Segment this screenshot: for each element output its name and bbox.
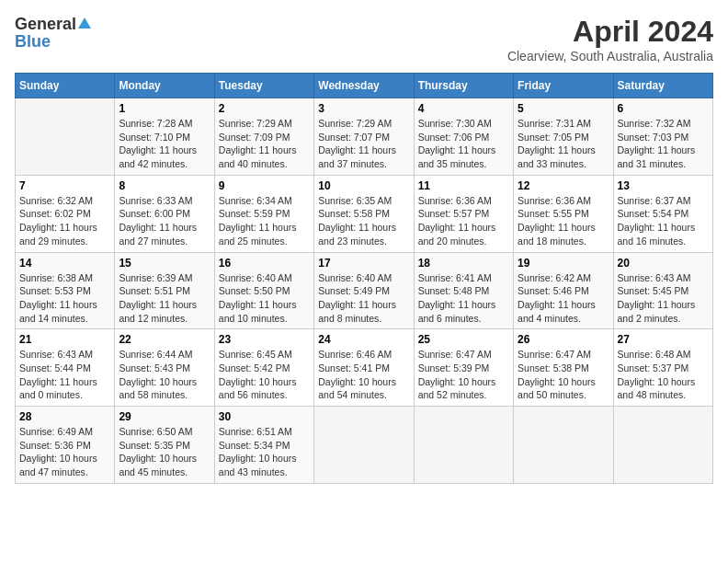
day-info: Sunrise: 6:34 AMSunset: 5:59 PMDaylight:… bbox=[219, 194, 310, 248]
day-info: Sunrise: 7:30 AMSunset: 7:06 PMDaylight:… bbox=[418, 117, 509, 171]
day-info: Sunrise: 6:32 AMSunset: 6:02 PMDaylight:… bbox=[19, 194, 110, 248]
calendar-cell: 23Sunrise: 6:45 AMSunset: 5:42 PMDayligh… bbox=[214, 329, 313, 407]
calendar-cell: 13Sunrise: 6:37 AMSunset: 5:54 PMDayligh… bbox=[613, 175, 712, 252]
calendar-cell: 2Sunrise: 7:29 AMSunset: 7:09 PMDaylight… bbox=[214, 98, 313, 176]
day-number: 15 bbox=[119, 257, 210, 270]
day-info: Sunrise: 6:44 AMSunset: 5:43 PMDaylight:… bbox=[119, 348, 210, 402]
calendar-cell: 26Sunrise: 6:47 AMSunset: 5:38 PMDayligh… bbox=[514, 329, 613, 407]
day-number: 26 bbox=[518, 333, 609, 346]
day-info: Sunrise: 6:41 AMSunset: 5:48 PMDaylight:… bbox=[418, 271, 509, 326]
day-info: Sunrise: 6:35 AMSunset: 5:58 PMDaylight:… bbox=[318, 194, 409, 248]
day-number: 30 bbox=[219, 410, 310, 423]
day-number: 18 bbox=[418, 257, 509, 270]
day-number: 4 bbox=[418, 102, 509, 115]
logo-general: General bbox=[15, 15, 76, 34]
calendar-cell: 7Sunrise: 6:32 AMSunset: 6:02 PMDaylight… bbox=[16, 175, 115, 252]
page-header: General Blue April 2024 Clearview, South… bbox=[15, 15, 713, 63]
calendar-cell bbox=[514, 407, 613, 484]
calendar-header-row: SundayMondayTuesdayWednesdayThursdayFrid… bbox=[16, 74, 713, 98]
week-row-4: 21Sunrise: 6:43 AMSunset: 5:44 PMDayligh… bbox=[16, 329, 713, 407]
calendar-cell bbox=[16, 98, 115, 176]
logo: General Blue bbox=[15, 15, 91, 52]
calendar-cell: 1Sunrise: 7:28 AMSunset: 7:10 PMDaylight… bbox=[115, 98, 214, 176]
calendar-cell: 18Sunrise: 6:41 AMSunset: 5:48 PMDayligh… bbox=[414, 252, 513, 329]
day-info: Sunrise: 6:37 AMSunset: 5:54 PMDaylight:… bbox=[618, 194, 709, 248]
calendar-cell: 24Sunrise: 6:46 AMSunset: 5:41 PMDayligh… bbox=[314, 329, 414, 407]
day-info: Sunrise: 6:49 AMSunset: 5:36 PMDaylight:… bbox=[19, 425, 110, 479]
calendar-cell: 22Sunrise: 6:44 AMSunset: 5:43 PMDayligh… bbox=[115, 329, 214, 407]
day-info: Sunrise: 6:36 AMSunset: 5:57 PMDaylight:… bbox=[418, 194, 509, 248]
day-number: 16 bbox=[219, 257, 310, 270]
day-number: 5 bbox=[518, 102, 609, 115]
calendar-cell: 17Sunrise: 6:40 AMSunset: 5:49 PMDayligh… bbox=[314, 252, 414, 329]
calendar-cell bbox=[314, 407, 414, 484]
calendar-cell: 9Sunrise: 6:34 AMSunset: 5:59 PMDaylight… bbox=[214, 175, 313, 252]
day-info: Sunrise: 7:29 AMSunset: 7:07 PMDaylight:… bbox=[318, 117, 409, 171]
calendar-cell: 3Sunrise: 7:29 AMSunset: 7:07 PMDaylight… bbox=[314, 98, 414, 176]
calendar-cell: 21Sunrise: 6:43 AMSunset: 5:44 PMDayligh… bbox=[16, 329, 115, 407]
week-row-2: 7Sunrise: 6:32 AMSunset: 6:02 PMDaylight… bbox=[16, 175, 713, 252]
calendar-cell: 11Sunrise: 6:36 AMSunset: 5:57 PMDayligh… bbox=[414, 175, 513, 252]
calendar-cell: 20Sunrise: 6:43 AMSunset: 5:45 PMDayligh… bbox=[613, 252, 712, 329]
header-sunday: Sunday bbox=[16, 74, 115, 98]
calendar-cell: 29Sunrise: 6:50 AMSunset: 5:35 PMDayligh… bbox=[115, 407, 214, 484]
day-number: 6 bbox=[618, 102, 709, 115]
calendar-cell: 25Sunrise: 6:47 AMSunset: 5:39 PMDayligh… bbox=[414, 329, 513, 407]
day-info: Sunrise: 6:40 AMSunset: 5:50 PMDaylight:… bbox=[219, 271, 310, 326]
week-row-1: 1Sunrise: 7:28 AMSunset: 7:10 PMDaylight… bbox=[16, 98, 713, 176]
day-number: 14 bbox=[19, 257, 110, 270]
calendar-cell bbox=[414, 407, 513, 484]
day-number: 13 bbox=[618, 179, 709, 192]
calendar-cell: 28Sunrise: 6:49 AMSunset: 5:36 PMDayligh… bbox=[16, 407, 115, 484]
calendar-cell: 10Sunrise: 6:35 AMSunset: 5:58 PMDayligh… bbox=[314, 175, 414, 252]
day-number: 19 bbox=[518, 257, 609, 270]
day-number: 7 bbox=[19, 179, 110, 192]
calendar-cell: 19Sunrise: 6:42 AMSunset: 5:46 PMDayligh… bbox=[514, 252, 613, 329]
day-number: 3 bbox=[318, 102, 409, 115]
day-info: Sunrise: 6:43 AMSunset: 5:44 PMDaylight:… bbox=[19, 348, 110, 402]
day-number: 23 bbox=[219, 333, 310, 346]
calendar-cell: 12Sunrise: 6:36 AMSunset: 5:55 PMDayligh… bbox=[514, 175, 613, 252]
day-number: 20 bbox=[618, 257, 709, 270]
calendar-cell: 30Sunrise: 6:51 AMSunset: 5:34 PMDayligh… bbox=[214, 407, 313, 484]
day-number: 22 bbox=[119, 333, 210, 346]
header-thursday: Thursday bbox=[414, 74, 513, 98]
day-info: Sunrise: 6:45 AMSunset: 5:42 PMDaylight:… bbox=[219, 348, 310, 402]
day-info: Sunrise: 7:31 AMSunset: 7:05 PMDaylight:… bbox=[518, 117, 609, 171]
header-saturday: Saturday bbox=[613, 74, 712, 98]
header-monday: Monday bbox=[115, 74, 214, 98]
day-number: 17 bbox=[318, 257, 409, 270]
calendar-table: SundayMondayTuesdayWednesdayThursdayFrid… bbox=[15, 73, 713, 484]
day-info: Sunrise: 6:46 AMSunset: 5:41 PMDaylight:… bbox=[318, 348, 409, 402]
day-number: 12 bbox=[518, 179, 609, 192]
day-number: 24 bbox=[318, 333, 409, 346]
day-number: 27 bbox=[618, 333, 709, 346]
logo-triangle-icon bbox=[78, 17, 91, 29]
day-info: Sunrise: 6:47 AMSunset: 5:38 PMDaylight:… bbox=[518, 348, 609, 402]
day-info: Sunrise: 6:40 AMSunset: 5:49 PMDaylight:… bbox=[318, 271, 409, 326]
day-info: Sunrise: 6:47 AMSunset: 5:39 PMDaylight:… bbox=[418, 348, 509, 402]
day-number: 10 bbox=[318, 179, 409, 192]
day-info: Sunrise: 6:33 AMSunset: 6:00 PMDaylight:… bbox=[119, 194, 210, 248]
day-number: 2 bbox=[219, 102, 310, 115]
day-info: Sunrise: 6:51 AMSunset: 5:34 PMDaylight:… bbox=[219, 425, 310, 479]
day-info: Sunrise: 6:43 AMSunset: 5:45 PMDaylight:… bbox=[618, 271, 709, 326]
calendar-cell: 8Sunrise: 6:33 AMSunset: 6:00 PMDaylight… bbox=[115, 175, 214, 252]
month-title: April 2024 bbox=[507, 15, 713, 49]
day-info: Sunrise: 6:42 AMSunset: 5:46 PMDaylight:… bbox=[518, 271, 609, 326]
calendar-cell: 27Sunrise: 6:48 AMSunset: 5:37 PMDayligh… bbox=[613, 329, 712, 407]
day-info: Sunrise: 7:29 AMSunset: 7:09 PMDaylight:… bbox=[219, 117, 310, 171]
day-number: 29 bbox=[119, 410, 210, 423]
week-row-3: 14Sunrise: 6:38 AMSunset: 5:53 PMDayligh… bbox=[16, 252, 713, 329]
day-number: 1 bbox=[119, 102, 210, 115]
calendar-cell: 5Sunrise: 7:31 AMSunset: 7:05 PMDaylight… bbox=[514, 98, 613, 176]
day-info: Sunrise: 6:36 AMSunset: 5:55 PMDaylight:… bbox=[518, 194, 609, 248]
calendar-cell bbox=[613, 407, 712, 484]
calendar-cell: 6Sunrise: 7:32 AMSunset: 7:03 PMDaylight… bbox=[613, 98, 712, 176]
logo-blue: Blue bbox=[15, 32, 51, 52]
week-row-5: 28Sunrise: 6:49 AMSunset: 5:36 PMDayligh… bbox=[16, 407, 713, 484]
day-info: Sunrise: 7:28 AMSunset: 7:10 PMDaylight:… bbox=[119, 117, 210, 171]
calendar-cell: 4Sunrise: 7:30 AMSunset: 7:06 PMDaylight… bbox=[414, 98, 513, 176]
header-wednesday: Wednesday bbox=[314, 74, 414, 98]
day-number: 21 bbox=[19, 333, 110, 346]
